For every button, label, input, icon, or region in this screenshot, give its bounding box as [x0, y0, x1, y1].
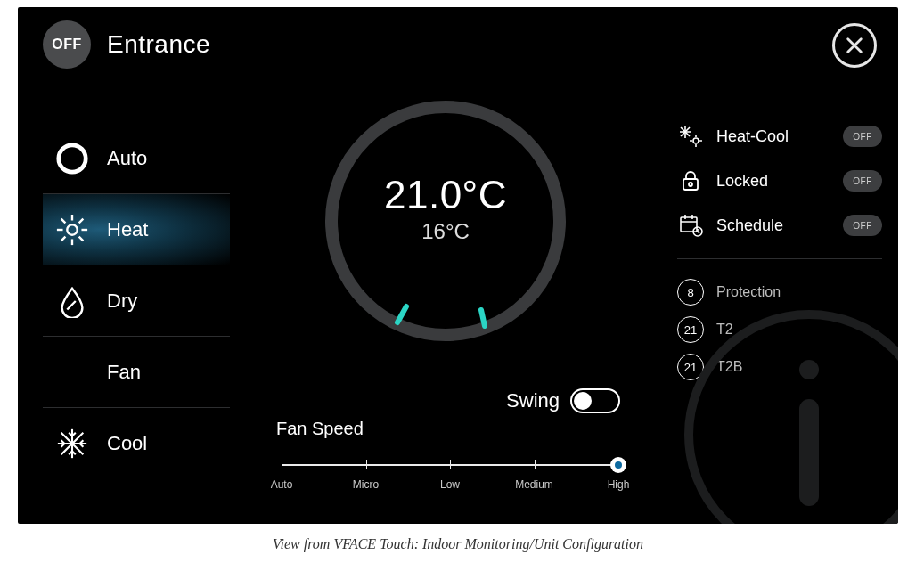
figure-caption: View from VFACE Touch: Indoor Monitoring…: [18, 536, 898, 552]
fan-speed-tick: [535, 460, 536, 469]
center-panel: 21.0°C 16°C: [276, 87, 615, 355]
fan-speed-handle[interactable]: [610, 457, 626, 473]
mode-label: Cool: [107, 432, 147, 455]
locked-toggle[interactable]: OFF: [843, 170, 882, 192]
temperature-dial[interactable]: 21.0°C 16°C: [312, 87, 579, 355]
swing-row: Swing: [451, 388, 620, 413]
toggle-row-locked: Locked OFF: [677, 159, 882, 203]
svg-line-34: [698, 232, 699, 233]
reading-label: Protection: [716, 284, 882, 300]
fan-speed-option-label: Micro: [353, 478, 379, 491]
sun-icon: [53, 211, 91, 249]
svg-line-8: [79, 236, 84, 241]
droplet-icon: [53, 282, 91, 320]
fan-icon: [53, 354, 91, 391]
toggle-label: Heat-Cool: [716, 127, 830, 146]
svg-point-21: [693, 138, 699, 143]
reading-value: 8: [677, 279, 704, 306]
swing-toggle-knob: [574, 392, 592, 410]
fan-speed-tick: [366, 460, 367, 469]
toggle-row-schedule: Schedule OFF: [677, 203, 882, 248]
mode-label: Auto: [107, 147, 147, 170]
mode-heat[interactable]: Heat: [43, 194, 230, 265]
svg-text:A: A: [67, 150, 78, 167]
svg-point-27: [689, 183, 692, 186]
fan-speed-label: Fan Speed: [276, 419, 624, 439]
mode-label: Dry: [107, 290, 137, 313]
reading-row-protection: 8 Protection: [677, 273, 882, 311]
power-toggle[interactable]: OFF: [43, 20, 91, 69]
header: OFF Entrance: [18, 7, 898, 82]
fan-speed-option-label: High: [608, 478, 630, 491]
mode-cool[interactable]: Cool: [43, 408, 230, 479]
fan-speed-slider[interactable]: AutoMicroLowMediumHigh: [276, 455, 624, 505]
device-screen: OFF Entrance A Auto Heat: [18, 7, 898, 524]
schedule-toggle[interactable]: OFF: [843, 215, 882, 236]
dial-readout: 21.0°C 16°C: [312, 173, 579, 244]
right-separator: [677, 258, 882, 259]
svg-line-10: [61, 236, 66, 241]
heatcool-icon: [677, 123, 704, 150]
mode-auto[interactable]: A Auto: [43, 123, 230, 194]
svg-point-2: [67, 224, 77, 234]
fan-speed-option-label: Medium: [515, 478, 553, 491]
snowflake-icon: [53, 425, 91, 462]
mode-label: Fan: [107, 361, 141, 384]
lock-icon: [677, 167, 704, 194]
heatcool-toggle[interactable]: OFF: [843, 126, 882, 147]
fan-speed-block: Fan Speed AutoMicroLowMediumHigh: [276, 419, 624, 505]
calendar-icon: [677, 212, 704, 239]
mode-dry[interactable]: Dry: [43, 265, 230, 337]
fan-speed-option-label: Auto: [271, 478, 293, 491]
close-button[interactable]: [832, 23, 877, 68]
zone-name: Entrance: [107, 30, 210, 59]
swing-toggle[interactable]: [570, 388, 620, 413]
fan-speed-option-label: Low: [440, 478, 460, 491]
swing-label: Swing: [506, 389, 560, 412]
svg-point-11: [70, 370, 75, 375]
current-temperature: 16°C: [312, 219, 579, 244]
fan-speed-tick: [450, 460, 451, 469]
fan-speed-tick: [282, 460, 282, 469]
toggle-label: Schedule: [716, 216, 830, 235]
mode-fan[interactable]: Fan: [43, 337, 230, 408]
setpoint-temperature: 21.0°C: [312, 173, 579, 217]
mode-label: Heat: [107, 218, 148, 241]
reading-value: 21: [677, 316, 704, 343]
svg-line-7: [61, 218, 66, 223]
close-icon: [845, 36, 864, 55]
toggle-row-heatcool: Heat-Cool OFF: [677, 114, 882, 159]
svg-line-9: [79, 218, 84, 223]
mode-list: A Auto Heat Dry: [43, 123, 230, 479]
auto-icon: A: [53, 140, 91, 177]
toggle-label: Locked: [716, 172, 830, 191]
svg-rect-26: [683, 179, 698, 190]
